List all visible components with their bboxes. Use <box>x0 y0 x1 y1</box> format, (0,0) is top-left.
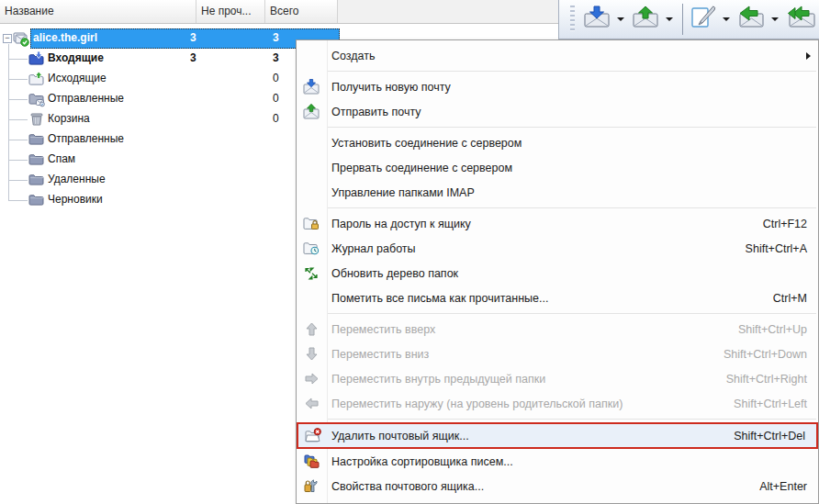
menu-item-imap-folders[interactable]: Управление папками IMAP <box>297 180 818 205</box>
folder-label: Отправленные <box>48 92 124 105</box>
send-mail-dropdown-arrow[interactable] <box>666 17 673 21</box>
folder-label: Спам <box>48 152 75 165</box>
outbox-folder-icon <box>28 71 45 87</box>
tree-row-outbox[interactable]: Исходящие 0 <box>0 69 340 89</box>
tree-row-account[interactable]: − alice.the.girl 3 3 <box>0 28 340 49</box>
reply-dropdown-arrow[interactable] <box>771 17 779 21</box>
reply-all-button[interactable] <box>783 3 818 36</box>
menu-item-delete-mailbox[interactable]: Удалить почтовый ящик... Shift+Ctrl+Del <box>297 422 818 449</box>
mail-toolbar <box>558 0 819 39</box>
menu-item-create[interactable]: Создать <box>297 43 818 68</box>
tree-row-drafts[interactable]: Черновики <box>0 190 340 210</box>
folder-icon <box>28 151 45 168</box>
menu-shortcut: Ctrl+M <box>746 292 807 305</box>
menu-item-mail-sorter-settings[interactable]: Настройка сортировщика писем... <box>297 449 818 474</box>
tree-row-spam[interactable]: Спам <box>0 150 340 170</box>
menu-item-label: Обновить дерево папок <box>331 267 458 280</box>
folder-label: Черновики <box>48 193 103 206</box>
envelope-reply-all-icon <box>785 6 816 33</box>
menu-item-mailbox-password[interactable]: Пароль на доступ к ящику Ctrl+F12 <box>297 211 818 236</box>
menu-item-label: Управление папками IMAP <box>331 186 475 199</box>
tree-row-trash[interactable]: Корзина 0 <box>0 109 340 129</box>
folder-icon <box>28 172 45 188</box>
new-message-button[interactable] <box>688 3 719 36</box>
envelope-up-arrow-icon <box>631 6 660 33</box>
menu-item-label: Получить новую почту <box>331 81 451 94</box>
menu-item-move-up: Переместить вверх Shift+Ctrl+Up <box>297 317 818 342</box>
envelope-down-arrow-icon <box>582 6 611 33</box>
menu-item-get-new-mail[interactable]: Получить новую почту <box>297 74 818 99</box>
mailbox-properties-icon <box>303 478 321 495</box>
menu-shortcut: Shift+Ctrl+Down <box>696 348 807 361</box>
tree-row-sent[interactable]: Отправленные 0 <box>0 89 340 109</box>
reply-button[interactable] <box>735 3 768 36</box>
mail-client-window: Название Не проч... Всего − alice.the.gi… <box>0 0 819 504</box>
total-count: 0 <box>273 72 279 84</box>
arrow-right-icon <box>303 371 321 387</box>
menu-item-label: Настройка сортировщика писем... <box>331 455 513 468</box>
toolbar-separator <box>682 4 683 35</box>
menu-item-connect-server[interactable]: Установить соединение с сервером <box>297 130 818 155</box>
tree-row-inbox[interactable]: Входящие 3 3 <box>0 49 340 69</box>
menu-separator <box>328 127 816 128</box>
folder-context-menu: Создать Получить новую почту <box>296 39 819 504</box>
expander-minus-icon[interactable]: − <box>3 34 12 43</box>
mail-sorter-icon <box>303 454 321 470</box>
refresh-tree-icon <box>303 265 321 282</box>
total-count: 0 <box>273 112 279 125</box>
tree-row-sent2[interactable]: Отправленные <box>0 129 340 150</box>
folder-icon <box>28 192 45 208</box>
column-header-total[interactable]: Всего <box>264 0 337 23</box>
get-mail-dropdown-arrow[interactable] <box>617 17 624 21</box>
new-message-dropdown-arrow[interactable] <box>723 17 730 21</box>
menu-item-send-mail[interactable]: Отправить почту <box>297 99 818 124</box>
menu-separator <box>328 313 816 314</box>
get-mail-button[interactable] <box>580 3 613 36</box>
menu-separator <box>328 207 816 208</box>
folder-list-header: Название Не проч... Всего <box>0 0 558 24</box>
send-mail-button[interactable] <box>629 3 662 36</box>
menu-shortcut: Alt+Enter <box>732 480 807 493</box>
menu-item-label: Переместить наружу (на уровень родительс… <box>331 398 623 410</box>
trash-icon <box>28 111 45 128</box>
folder-clock-icon <box>303 241 321 257</box>
menu-shortcut: Shift+Ctrl+Up <box>711 323 807 336</box>
account-mailbox-icon <box>13 30 29 47</box>
column-header-unread[interactable]: Не проч... <box>196 0 264 23</box>
total-count: 0 <box>273 92 279 105</box>
menu-item-label: Журнал работы <box>331 242 416 255</box>
toolbar-grip[interactable] <box>570 6 575 33</box>
menu-item-label: Переместить вверх <box>331 323 435 336</box>
menu-shortcut: Ctrl+F12 <box>735 218 807 230</box>
menu-item-move-into-previous-folder: Переместить внутрь предыдущей папки Shif… <box>297 366 818 391</box>
menu-shortcut: Shift+Ctrl+Right <box>699 373 807 386</box>
total-count: 3 <box>273 51 279 64</box>
column-header-name[interactable]: Название <box>0 0 196 23</box>
menu-item-label: Переместить вниз <box>331 348 429 361</box>
arrow-up-icon <box>303 321 321 338</box>
menu-item-refresh-folder-tree[interactable]: Обновить дерево папок <box>297 261 818 286</box>
menu-item-label: Прервать соединение с сервером <box>331 162 512 174</box>
tree-row-deleted[interactable]: Удаленные <box>0 170 340 190</box>
menu-item-mailbox-properties[interactable]: Свойства почтового ящика... Alt+Enter <box>297 474 818 498</box>
menu-item-label: Свойства почтового ящика... <box>331 480 484 493</box>
menu-item-work-log[interactable]: Журнал работы Shift+Ctrl+A <box>297 236 818 261</box>
menu-separator <box>328 71 816 72</box>
inbox-folder-icon <box>28 50 45 67</box>
folder-label: Отправленные <box>48 132 124 145</box>
menu-item-mark-all-read[interactable]: Пометить все письма как прочитанные... C… <box>297 286 818 310</box>
submenu-arrow-icon <box>806 52 811 60</box>
menu-item-label: Пароль на доступ к ящику <box>331 218 471 230</box>
menu-shortcut: Shift+Ctrl+A <box>718 242 807 255</box>
header-filler <box>337 0 558 23</box>
mail-receive-icon <box>303 79 321 95</box>
menu-shortcut: Shift+Ctrl+Left <box>706 398 807 410</box>
folder-label: Удаленные <box>48 173 106 185</box>
menu-shortcut: Shift+Ctrl+Del <box>706 430 805 442</box>
menu-item-disconnect-server[interactable]: Прервать соединение с сервером <box>297 155 818 180</box>
arrow-down-icon <box>303 346 321 363</box>
menu-item-label: Пометить все письма как прочитанные... <box>331 292 548 305</box>
unread-count: 3 <box>190 31 196 44</box>
folder-label: Корзина <box>48 112 90 125</box>
folder-lock-icon <box>303 216 321 232</box>
